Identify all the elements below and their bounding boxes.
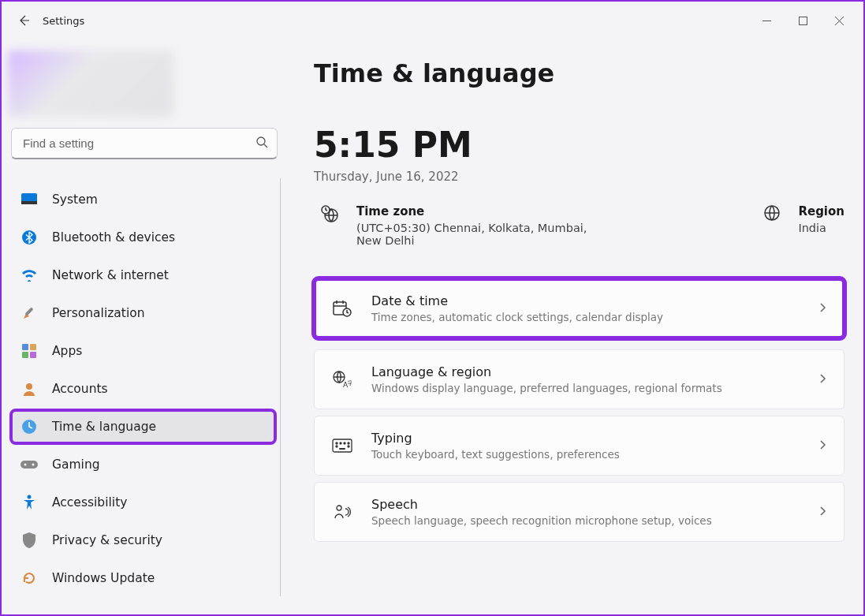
nav-list: System Bluetooth & devices Network & int… — [8, 178, 281, 596]
clock-globe-icon — [21, 418, 38, 435]
chevron-right-icon — [818, 372, 826, 387]
brush-icon — [21, 304, 38, 322]
svg-point-29 — [336, 442, 337, 444]
globe-icon — [763, 204, 781, 247]
current-date: Thursday, June 16, 2022 — [314, 170, 844, 184]
maximize-button[interactable] — [785, 5, 821, 36]
nav-item-apps[interactable]: Apps — [11, 334, 275, 368]
bluetooth-icon — [21, 229, 38, 246]
card-desc: Time zones, automatic clock settings, ca… — [371, 311, 818, 323]
svg-text:字: 字 — [348, 380, 352, 386]
svg-point-30 — [340, 442, 341, 444]
svg-line-5 — [264, 144, 267, 147]
card-desc: Windows display language, preferred lang… — [371, 382, 818, 394]
region-info: Region India — [763, 204, 844, 247]
search-wrap — [11, 128, 278, 159]
language-icon: A字 — [332, 371, 352, 388]
nav-item-personalization[interactable]: Personalization — [11, 297, 275, 330]
nav-label: System — [52, 192, 98, 207]
card-typing[interactable]: Typing Touch keyboard, text suggestions,… — [314, 416, 844, 476]
region-value: India — [798, 222, 844, 234]
back-button[interactable] — [8, 5, 39, 36]
timezone-value: (UTC+05:30) Chennai, Kolkata, Mumbai, Ne… — [356, 222, 590, 247]
user-profile-block[interactable] — [8, 50, 173, 117]
svg-rect-10 — [22, 344, 28, 350]
arrow-left-icon — [17, 14, 30, 27]
card-date-time[interactable]: Date & time Time zones, automatic clock … — [314, 278, 844, 338]
card-title: Date & time — [371, 293, 818, 308]
nav-item-accounts[interactable]: Accounts — [11, 372, 275, 405]
svg-rect-16 — [21, 461, 38, 469]
nav-item-privacy[interactable]: Privacy & security — [11, 524, 275, 557]
nav-label: Accessibility — [52, 495, 127, 510]
card-speech[interactable]: Speech Speech language, speech recogniti… — [314, 482, 844, 542]
svg-point-18 — [32, 464, 35, 466]
update-icon — [21, 569, 38, 587]
nav-label: Time & language — [52, 420, 156, 434]
accessibility-icon — [21, 494, 38, 511]
timezone-info: Time zone (UTC+05:30) Chennai, Kolkata, … — [320, 204, 590, 247]
card-desc: Touch keyboard, text suggestions, prefer… — [371, 448, 818, 461]
svg-point-33 — [336, 446, 337, 447]
nav-item-gaming[interactable]: Gaming — [11, 448, 275, 481]
nav-label: Gaming — [52, 457, 100, 472]
nav-item-bluetooth[interactable]: Bluetooth & devices — [11, 221, 275, 254]
svg-point-4 — [257, 137, 265, 145]
page-title: Time & language — [314, 58, 844, 88]
svg-point-14 — [26, 383, 32, 390]
card-title: Language & region — [371, 364, 818, 379]
nav-item-accessibility[interactable]: Accessibility — [11, 486, 275, 519]
maximize-icon — [799, 17, 807, 25]
chevron-right-icon — [818, 505, 826, 520]
svg-rect-7 — [21, 201, 37, 204]
svg-point-17 — [24, 464, 27, 466]
timezone-label: Time zone — [356, 204, 590, 218]
info-row: Time zone (UTC+05:30) Chennai, Kolkata, … — [314, 204, 844, 247]
window-controls — [748, 5, 857, 36]
close-icon — [835, 17, 844, 25]
nav-item-windows-update[interactable]: Windows Update — [11, 562, 275, 595]
system-icon — [21, 191, 38, 208]
card-title: Typing — [371, 431, 818, 446]
keyboard-icon — [332, 439, 352, 453]
nav-label: Network & internet — [52, 268, 169, 282]
chevron-right-icon — [818, 301, 826, 316]
svg-rect-12 — [22, 352, 28, 358]
timezone-globe-icon — [320, 204, 339, 247]
nav-item-time-language[interactable]: Time & language — [11, 410, 275, 443]
minimize-button[interactable] — [748, 5, 785, 36]
calendar-clock-icon — [332, 300, 352, 317]
svg-point-32 — [348, 442, 349, 444]
search-icon — [255, 136, 268, 151]
apps-icon — [21, 342, 38, 360]
nav-label: Bluetooth & devices — [52, 230, 175, 245]
main-content: Time & language 5:15 PM Thursday, June 1… — [287, 39, 863, 614]
svg-point-36 — [337, 506, 341, 510]
wifi-icon — [21, 267, 38, 284]
svg-rect-11 — [30, 344, 36, 350]
speech-icon — [332, 504, 352, 520]
nav-label: Personalization — [52, 306, 145, 320]
nav-label: Windows Update — [52, 571, 155, 585]
svg-point-31 — [344, 442, 345, 444]
minimize-icon — [762, 17, 771, 25]
svg-point-34 — [348, 446, 349, 447]
nav-item-system[interactable]: System — [11, 183, 275, 216]
region-label: Region — [798, 204, 844, 218]
nav-item-network[interactable]: Network & internet — [11, 259, 275, 292]
card-language-region[interactable]: A字 Language & region Windows display lan… — [314, 349, 844, 409]
svg-rect-1 — [799, 17, 807, 24]
svg-rect-13 — [30, 352, 36, 358]
shield-icon — [21, 532, 38, 549]
person-icon — [21, 380, 38, 398]
app-title: Settings — [43, 15, 84, 27]
svg-point-19 — [28, 495, 32, 499]
chevron-right-icon — [818, 439, 826, 454]
gamepad-icon — [21, 456, 38, 473]
close-button[interactable] — [821, 5, 857, 36]
nav-label: Accounts — [52, 382, 108, 396]
sidebar: System Bluetooth & devices Network & int… — [2, 39, 287, 614]
nav-label: Apps — [52, 344, 82, 358]
card-title: Speech — [371, 497, 818, 512]
search-input[interactable] — [11, 128, 278, 159]
